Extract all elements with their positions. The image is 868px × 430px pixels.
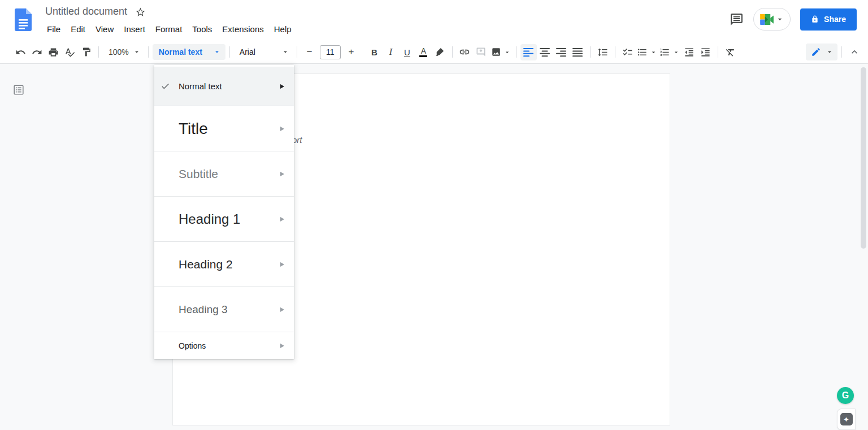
separator bbox=[452, 46, 453, 58]
share-label: Share bbox=[824, 15, 846, 24]
styles-menu-item-heading-3[interactable]: Heading 3 bbox=[154, 286, 294, 332]
submenu-arrow-icon bbox=[280, 307, 284, 312]
menu-insert[interactable]: Insert bbox=[119, 23, 150, 36]
paint-format-icon[interactable] bbox=[78, 44, 94, 60]
menu-bar: File Edit View Insert Format Tools Exten… bbox=[42, 23, 297, 36]
numbered-list-group bbox=[658, 44, 681, 60]
separator bbox=[98, 46, 99, 58]
italic-button[interactable]: I bbox=[383, 44, 399, 60]
add-comment-icon[interactable] bbox=[473, 44, 489, 60]
bold-button[interactable]: B bbox=[366, 44, 383, 60]
submenu-arrow-icon bbox=[280, 84, 284, 89]
insert-image-icon[interactable] bbox=[489, 44, 503, 60]
styles-menu-item-subtitle[interactable]: Subtitle bbox=[154, 151, 294, 196]
share-button[interactable]: Share bbox=[800, 8, 857, 31]
submenu-arrow-icon bbox=[280, 127, 284, 131]
separator bbox=[615, 46, 615, 58]
separator bbox=[841, 46, 842, 58]
meet-icon bbox=[760, 14, 774, 25]
paragraph-styles-menu: Normal text Title Subtitle Heading 1 Hea… bbox=[154, 65, 294, 359]
check-icon bbox=[160, 81, 170, 91]
lock-icon bbox=[811, 15, 819, 23]
format-toolbar: 100% Normal text Arial − 11 + B I U A bbox=[0, 41, 868, 64]
styles-menu-item-options[interactable]: Options bbox=[154, 332, 294, 359]
show-outline-icon[interactable] bbox=[11, 82, 26, 97]
paragraph-styles-select[interactable]: Normal text bbox=[153, 44, 225, 60]
styles-menu-item-heading-1[interactable]: Heading 1 bbox=[154, 196, 294, 241]
styles-menu-item-title[interactable]: Title bbox=[154, 106, 294, 151]
grammarly-icon[interactable]: G bbox=[837, 387, 854, 404]
insert-image-group bbox=[489, 44, 512, 60]
styles-menu-item-heading-2[interactable]: Heading 2 bbox=[154, 241, 294, 286]
chevron-down-icon bbox=[775, 15, 784, 24]
submenu-arrow-icon bbox=[280, 262, 284, 267]
document-title[interactable]: Untitled document bbox=[45, 6, 127, 18]
separator bbox=[148, 46, 149, 58]
collapse-toolbar-icon[interactable] bbox=[846, 44, 862, 60]
comment-history-icon[interactable] bbox=[730, 12, 744, 27]
chevron-down-icon bbox=[826, 48, 834, 56]
submenu-arrow-icon bbox=[280, 172, 284, 176]
separator bbox=[590, 46, 591, 58]
text-color-button[interactable]: A bbox=[415, 44, 432, 60]
increase-indent-icon[interactable] bbox=[697, 44, 714, 60]
submenu-arrow-icon bbox=[280, 217, 284, 221]
highlight-color-icon[interactable] bbox=[432, 44, 448, 60]
underline-button[interactable]: U bbox=[399, 44, 415, 60]
menu-edit[interactable]: Edit bbox=[66, 23, 90, 36]
chevron-down-icon bbox=[672, 49, 680, 56]
redo-icon[interactable] bbox=[29, 44, 45, 60]
editor-canvas: ort G ✦ Normal text Title Subtitle Headi… bbox=[0, 64, 868, 430]
image-options-caret[interactable] bbox=[503, 44, 512, 60]
separator bbox=[516, 46, 517, 58]
chevron-down-icon bbox=[650, 49, 657, 56]
separator bbox=[297, 46, 297, 58]
app-header: Untitled document File Edit View Insert … bbox=[0, 0, 868, 41]
checklist-icon[interactable] bbox=[619, 44, 636, 60]
align-justify-button[interactable] bbox=[570, 44, 586, 60]
decrease-font-size-button[interactable]: − bbox=[301, 44, 318, 60]
menu-help[interactable]: Help bbox=[269, 23, 297, 36]
bulleted-list-group bbox=[636, 44, 658, 60]
chevron-down-icon bbox=[504, 49, 511, 56]
bulleted-list-caret[interactable] bbox=[649, 44, 658, 60]
vertical-scrollbar-thumb[interactable] bbox=[861, 67, 866, 249]
pencil-icon bbox=[811, 47, 821, 57]
align-center-button[interactable] bbox=[537, 44, 553, 60]
menu-tools[interactable]: Tools bbox=[187, 23, 217, 36]
chevron-down-icon bbox=[213, 48, 221, 56]
decrease-indent-icon[interactable] bbox=[681, 44, 697, 60]
bulleted-list-icon[interactable] bbox=[636, 44, 649, 60]
meet-button[interactable] bbox=[753, 8, 791, 31]
menu-view[interactable]: View bbox=[90, 23, 119, 36]
chevron-down-icon bbox=[133, 48, 141, 56]
zoom-select[interactable]: 100% bbox=[103, 44, 144, 60]
font-size-input[interactable]: 11 bbox=[320, 45, 341, 59]
menu-format[interactable]: Format bbox=[150, 23, 188, 36]
separator bbox=[718, 46, 718, 58]
assistant-widget[interactable]: ✦ bbox=[837, 409, 856, 430]
menu-extensions[interactable]: Extensions bbox=[217, 23, 268, 36]
styles-menu-item-normal-text[interactable]: Normal text bbox=[154, 67, 294, 106]
separator bbox=[229, 46, 230, 58]
docs-logo-icon[interactable] bbox=[15, 8, 32, 31]
undo-icon[interactable] bbox=[12, 44, 29, 60]
numbered-list-icon[interactable] bbox=[658, 44, 672, 60]
menu-file[interactable]: File bbox=[42, 23, 66, 36]
align-left-button[interactable] bbox=[520, 44, 537, 60]
font-family-select[interactable]: Arial bbox=[234, 44, 293, 60]
print-icon[interactable] bbox=[45, 44, 62, 60]
sparkle-icon: ✦ bbox=[840, 413, 853, 425]
insert-link-icon[interactable] bbox=[457, 44, 473, 60]
submenu-arrow-icon bbox=[280, 344, 284, 348]
line-spacing-icon[interactable] bbox=[594, 44, 611, 60]
spellcheck-icon[interactable] bbox=[62, 44, 78, 60]
star-icon[interactable] bbox=[135, 7, 146, 18]
numbered-list-caret[interactable] bbox=[672, 44, 681, 60]
increase-font-size-button[interactable]: + bbox=[343, 44, 359, 60]
align-right-button[interactable] bbox=[553, 44, 570, 60]
editing-mode-select[interactable] bbox=[806, 44, 837, 60]
clear-formatting-icon[interactable] bbox=[722, 44, 739, 60]
chevron-down-icon bbox=[281, 48, 289, 56]
